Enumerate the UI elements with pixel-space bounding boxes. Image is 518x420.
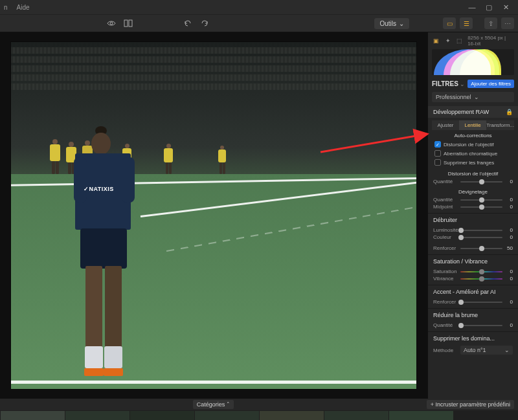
main-toolbar: Outils⌄ ▭ ☰ ⇪ ⋯: [0, 14, 518, 32]
thumbnail[interactable]: [389, 411, 453, 420]
chk-lens-distortion[interactable]: [434, 141, 441, 148]
saturation-slider[interactable]: [460, 271, 502, 272]
right-panel: ▣ ✦ ⬚ 8256 x 5504 px | 16-bit FILTRES ⌄ …: [427, 32, 518, 399]
chk-remove-fringes-label: Supprimer les franges: [444, 160, 494, 166]
svg-rect-1: [124, 20, 128, 27]
filters-view-button[interactable]: ☰: [460, 17, 473, 29]
thumbnail[interactable]: [1, 411, 65, 420]
window-titlebar: n Aide — ▢ ✕: [0, 0, 518, 14]
svg-point-0: [110, 22, 113, 25]
menu-item[interactable]: n: [4, 4, 8, 11]
redo-icon[interactable]: [198, 17, 211, 30]
vignette-quantity-slider[interactable]: [460, 199, 502, 201]
info-icon[interactable]: ✦: [444, 36, 451, 45]
chk-chromatic-aberration-label: Aberration chromatique: [444, 151, 497, 157]
accent-title[interactable]: Accent - Amélioré par AI: [428, 285, 518, 298]
vibrance-slider[interactable]: [460, 278, 502, 280]
histogram-rgb-icon[interactable]: ▣: [432, 36, 440, 45]
denoise-title[interactable]: Débruiter: [428, 214, 518, 227]
more-button[interactable]: ⋯: [501, 17, 514, 29]
embed-preset-button[interactable]: + Incruster paramètre prédéfini: [427, 400, 514, 409]
filters-title: FILTRES: [432, 80, 458, 87]
chevron-down-icon: ⌄: [399, 20, 404, 27]
thumbnail[interactable]: [65, 411, 130, 420]
vignette-title: Dévignetage: [428, 185, 518, 196]
presets-view-button[interactable]: ▭: [443, 17, 456, 29]
thumbnail[interactable]: [195, 411, 259, 420]
lens-distortion-title: Distorsion de l'objectif: [428, 167, 518, 178]
remove-dominant-title[interactable]: Supprimer les domina...: [428, 332, 518, 345]
lens-tabs: Ajuster Lentille Transform...: [432, 120, 514, 130]
lock-icon: 🔒: [506, 109, 513, 115]
window-close-button[interactable]: ✕: [497, 1, 514, 13]
profile-select[interactable]: Professionnel⌄: [432, 92, 514, 102]
satvib-title[interactable]: Saturation / Vibrance: [428, 255, 518, 268]
thumbnail[interactable]: [324, 411, 388, 420]
menu-help[interactable]: Aide: [17, 4, 30, 11]
chevron-down-icon[interactable]: ⌄: [460, 81, 465, 87]
window-minimize-button[interactable]: —: [464, 1, 480, 13]
image-dimensions: 8256 x 5504 px | 16-bit: [467, 35, 514, 47]
vignette-midpoint-slider[interactable]: [460, 206, 502, 208]
tab-adjust[interactable]: Ajuster: [432, 120, 459, 130]
thumbnail[interactable]: [260, 411, 324, 420]
photo-preview: ✓NATIXIS: [10, 41, 417, 390]
chk-remove-fringes[interactable]: [434, 159, 441, 166]
tools-dropdown[interactable]: Outils⌄: [374, 18, 409, 29]
raw-dev-header[interactable]: Développement RAW 🔒: [428, 106, 518, 118]
lens-quantity-slider[interactable]: [460, 181, 502, 182]
layers-icon[interactable]: ⬚: [456, 36, 464, 45]
dehaze-slider[interactable]: [460, 325, 502, 326]
denoise-color-slider[interactable]: [460, 237, 502, 238]
filmstrip[interactable]: [0, 410, 518, 420]
window-maximize-button[interactable]: ▢: [480, 1, 497, 13]
compare-icon[interactable]: [122, 17, 135, 30]
svg-rect-2: [129, 20, 132, 27]
histogram[interactable]: [432, 49, 514, 75]
undo-icon[interactable]: [181, 17, 194, 30]
thumbnail[interactable]: [130, 411, 194, 420]
tab-transform[interactable]: Transform...: [486, 120, 514, 130]
chk-lens-distortion-label: Distorsion de l'objectif: [444, 142, 494, 148]
image-canvas[interactable]: ✓NATIXIS: [0, 32, 427, 399]
export-button[interactable]: ⇪: [484, 17, 497, 29]
bottom-bar: Catégories ˄ + Incruster paramètre prédé…: [0, 399, 518, 410]
tools-label: Outils: [379, 20, 396, 27]
accent-slider[interactable]: [460, 302, 502, 303]
shirt-brand-text: ✓NATIXIS: [84, 186, 114, 192]
dehaze-title[interactable]: Réduire la brume: [428, 309, 518, 322]
categories-dropdown[interactable]: Catégories ˄: [193, 400, 234, 409]
denoise-enhance-slider[interactable]: [460, 248, 502, 249]
foreground-player: ✓NATIXIS: [73, 126, 137, 390]
add-filters-button[interactable]: Ajouter des filtres: [467, 80, 514, 88]
tab-lens[interactable]: Lentille: [459, 120, 486, 130]
auto-corrections-title: Auto-corrections: [428, 130, 518, 140]
denoise-lum-slider[interactable]: [460, 230, 502, 231]
chk-chromatic-aberration[interactable]: [434, 150, 441, 157]
method-select[interactable]: Auto n°1⌄: [460, 346, 513, 355]
eye-icon[interactable]: [105, 17, 118, 30]
